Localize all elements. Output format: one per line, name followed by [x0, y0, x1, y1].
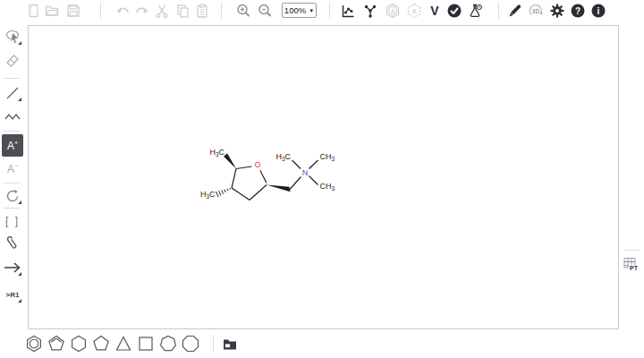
submenu-indicator: [18, 98, 21, 101]
svg-text:A: A: [391, 8, 395, 14]
atom-label-methyl: H3C: [209, 148, 225, 158]
toolbar-divider: [100, 3, 101, 19]
svg-text:V: V: [430, 4, 439, 18]
three-d-viewer-button[interactable]: 3D: [527, 2, 545, 20]
atom-label-nitrogen: N: [302, 168, 309, 177]
zoom-level-value: 100%: [284, 5, 306, 15]
dearomatize-icon: A: [406, 3, 422, 19]
template-library-button[interactable]: [220, 334, 240, 354]
molecule[interactable]: O N + H3C H3C H3C CH3 CH3: [192, 132, 349, 217]
submenu-indicator: [18, 200, 21, 204]
clean-up-button[interactable]: [361, 2, 379, 20]
toolbar-divider: [4, 131, 20, 132]
calculated-values-button[interactable]: [466, 2, 484, 20]
eraser-button[interactable]: [2, 50, 23, 70]
template-library-icon: [221, 335, 239, 353]
rgroup-icon: >R1: [6, 291, 20, 299]
undo-button[interactable]: [114, 2, 132, 20]
zoom-in-button[interactable]: [234, 2, 252, 20]
cycloheptane-icon: [157, 333, 179, 354]
help-button[interactable]: ?: [569, 2, 587, 20]
three-d-icon: 3D: [528, 3, 544, 19]
redo-icon: [133, 3, 149, 19]
reaction-arrow-button[interactable]: [2, 258, 23, 277]
top-toolbar: 100% ▼ A: [0, 0, 644, 23]
atom-label-oxygen: O: [254, 160, 260, 169]
aromatize-icon: A: [385, 3, 401, 19]
paperclip-icon: [4, 234, 21, 252]
open-folder-icon: [44, 3, 60, 19]
charge-minus-icon: A−: [7, 163, 18, 175]
lasso-selection-button[interactable]: [2, 27, 23, 47]
template-cyclooctane-button[interactable]: [180, 333, 201, 354]
cyclohexane-icon: [68, 333, 89, 354]
save-button[interactable]: [64, 2, 82, 20]
atom-label-nitrogen-charge: +: [309, 165, 312, 171]
template-cyclopentadiene-button[interactable]: [46, 333, 67, 354]
dearomatize-button[interactable]: A: [405, 2, 423, 20]
cyclopentane-icon: [90, 333, 112, 354]
drawing-canvas[interactable]: O N + H3C H3C H3C CH3 CH3: [28, 25, 619, 329]
charge-minus-button[interactable]: A−: [2, 159, 23, 179]
new-document-icon: [25, 3, 41, 19]
svg-text:3D: 3D: [532, 8, 540, 14]
settings-button[interactable]: [548, 2, 566, 20]
copy-icon: [174, 3, 191, 19]
cyclopropane-icon: [113, 333, 134, 354]
help-icon: ?: [570, 3, 586, 19]
template-cycloheptane-button[interactable]: [157, 333, 179, 354]
redo-button[interactable]: [132, 2, 150, 20]
atom-label-methyl: CH3: [320, 152, 335, 162]
rgroup-button[interactable]: >R1: [2, 285, 23, 304]
cyclooctane-icon: [180, 333, 201, 354]
charge-plus-button[interactable]: A+: [2, 134, 23, 157]
benzene-icon: [23, 333, 45, 354]
aromatize-button[interactable]: A: [384, 2, 402, 20]
svg-text:PT: PT: [630, 265, 639, 271]
layout-button[interactable]: [339, 2, 357, 20]
chevron-down-icon: ▼: [309, 8, 314, 13]
svg-text:?: ?: [575, 6, 580, 16]
periodic-table-icon: PT: [622, 255, 640, 273]
template-cyclobutane-button[interactable]: [135, 333, 157, 354]
open-button[interactable]: [43, 2, 61, 20]
copy-button[interactable]: [174, 2, 191, 20]
toolbar-divider: [329, 3, 330, 19]
zoom-level-dropdown[interactable]: 100% ▼: [282, 3, 317, 18]
svg-text:i: i: [597, 6, 600, 16]
template-cyclopropane-button[interactable]: [113, 333, 134, 354]
template-benzene-button[interactable]: [23, 333, 45, 354]
scissors-icon: [154, 3, 170, 19]
cyclobutane-icon: [135, 333, 157, 354]
periodic-table-button[interactable]: PT: [621, 254, 640, 274]
paste-button[interactable]: [193, 2, 211, 20]
gear-icon: [549, 3, 565, 19]
cut-button[interactable]: [153, 2, 171, 20]
undo-icon: [115, 3, 131, 19]
about-button[interactable]: i: [589, 2, 607, 20]
template-cyclopentane-button[interactable]: [90, 333, 112, 354]
new-document-button[interactable]: [24, 2, 42, 20]
pen-tool-button[interactable]: [506, 2, 524, 20]
calculate-cip-button[interactable]: V: [426, 2, 444, 20]
pen-icon: [507, 3, 523, 19]
clean-up-icon: [362, 3, 378, 19]
svg-text:A: A: [412, 8, 417, 14]
check-structure-button[interactable]: [445, 2, 463, 20]
molecule-atom-labels: O N + H3C H3C H3C CH3 CH3: [200, 148, 335, 200]
toolbar-divider: [213, 335, 214, 353]
single-bond-button[interactable]: [2, 83, 23, 103]
paperclip-tool-button[interactable]: [2, 234, 23, 253]
cyclopentadiene-icon: [46, 333, 67, 354]
toolbar-divider: [4, 183, 20, 183]
chain-tool-button[interactable]: [2, 107, 23, 126]
template-cyclohexane-button[interactable]: [68, 333, 89, 354]
save-icon: [65, 3, 81, 19]
sgroup-bracket-button[interactable]: [ ]: [2, 211, 23, 231]
toolbar-divider: [623, 250, 640, 251]
charge-plus-icon: A+: [7, 140, 18, 152]
rotate-button[interactable]: [2, 186, 23, 206]
eraser-icon: [4, 51, 21, 69]
bottom-toolbar: [0, 331, 644, 358]
zoom-out-button[interactable]: [256, 2, 274, 20]
